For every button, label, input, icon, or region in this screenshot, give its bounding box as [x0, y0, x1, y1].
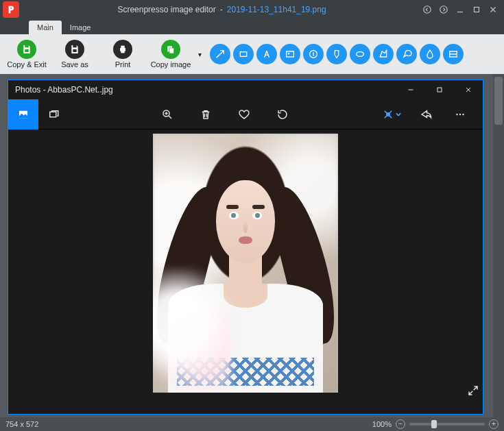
svg-rect-4: [25, 49, 28, 52]
rect-tool[interactable]: [233, 44, 254, 64]
zoom-button[interactable]: [157, 104, 178, 125]
svg-rect-12: [240, 52, 246, 57]
edit-button[interactable]: [381, 104, 402, 125]
share-button[interactable]: [416, 104, 436, 125]
zoom-percent: 100%: [372, 420, 392, 428]
fullscreen-button[interactable]: [466, 383, 481, 398]
zoom-slider[interactable]: [409, 423, 485, 426]
svg-rect-2: [475, 8, 479, 12]
copy-image-label: Copy image: [151, 60, 191, 69]
tab-main[interactable]: Main: [29, 21, 62, 34]
svg-rect-9: [121, 50, 124, 53]
svg-point-16: [357, 52, 364, 57]
print-button[interactable]: Print: [100, 36, 145, 73]
number-tool[interactable]: [303, 44, 324, 64]
favorite-button[interactable]: [234, 104, 254, 125]
photos-window: Photos - AbbasPC.Net..jpg: [8, 79, 483, 415]
save-as-label: Save as: [61, 60, 88, 69]
photos-toolbar: [8, 99, 483, 130]
svg-rect-18: [437, 88, 442, 92]
statusbar: 754 x 572 100% − +: [0, 417, 504, 431]
delete-button[interactable]: [195, 104, 216, 125]
image-tool[interactable]: [280, 44, 300, 64]
save-icon: [17, 40, 36, 59]
close-button[interactable]: [488, 4, 499, 15]
svg-rect-13: [287, 51, 294, 57]
copy-icon: [161, 40, 180, 59]
polygon-tool[interactable]: [373, 44, 394, 64]
photos-minimize-button[interactable]: [396, 80, 425, 99]
file-name: 2019-11-13_11h41_19.png: [227, 5, 326, 14]
more-button[interactable]: [450, 104, 470, 125]
svg-point-1: [440, 6, 448, 14]
copy-and-exit-button[interactable]: Copy & Exit: [4, 36, 49, 73]
photos-window-controls: [396, 80, 483, 99]
svg-rect-20: [50, 112, 56, 117]
ribbon: Copy & Exit Save as Print Copy image ▾: [0, 34, 504, 74]
view-photo-button[interactable]: [8, 99, 38, 130]
svg-rect-8: [121, 46, 124, 48]
callout-tool[interactable]: [396, 44, 417, 64]
drawing-tools: [210, 44, 464, 64]
canvas-dimensions: 754 x 572: [5, 420, 38, 428]
photos-maximize-button[interactable]: [425, 80, 454, 99]
print-icon: [113, 40, 132, 59]
svg-point-0: [424, 6, 431, 14]
app-name: Screenpresso image editor: [117, 5, 215, 14]
ellipse-tool[interactable]: [350, 44, 370, 64]
svg-point-25: [462, 113, 464, 114]
nav-back-button[interactable]: [422, 4, 433, 15]
nav-forward-button[interactable]: [438, 4, 449, 15]
svg-point-24: [459, 113, 461, 114]
save-as-icon: [65, 40, 84, 59]
photos-canvas[interactable]: [8, 130, 483, 414]
tab-image[interactable]: Image: [62, 21, 99, 34]
highlight-tool[interactable]: [326, 44, 347, 64]
photos-close-button[interactable]: [454, 80, 483, 99]
svg-rect-5: [73, 45, 76, 47]
zoom-out-button[interactable]: −: [396, 419, 405, 429]
zoom-in-button[interactable]: +: [489, 419, 499, 429]
print-label: Print: [115, 60, 131, 69]
ribbon-tabs: Main Image: [0, 19, 504, 34]
vertical-scrollbar[interactable]: [493, 74, 504, 417]
minimize-button[interactable]: [455, 4, 466, 15]
photos-titlebar: Photos - AbbasPC.Net..jpg: [8, 80, 483, 99]
workspace: Photos - AbbasPC.Net..jpg: [0, 74, 504, 417]
view-collection-button[interactable]: [38, 99, 69, 130]
magnify-tool[interactable]: [443, 44, 464, 64]
photo-content: [153, 134, 338, 393]
save-as-button[interactable]: Save as: [52, 36, 97, 73]
zoom-control: 100% − +: [372, 419, 499, 429]
app-logo: [3, 1, 19, 18]
svg-rect-11: [169, 48, 174, 53]
ribbon-dropdown[interactable]: ▾: [196, 51, 203, 58]
copy-and-exit-label: Copy & Exit: [7, 60, 46, 69]
svg-rect-6: [73, 49, 76, 52]
title-separator: -: [220, 5, 223, 14]
arrow-tool[interactable]: [210, 44, 230, 64]
svg-point-14: [288, 53, 290, 55]
titlebar: Screenpresso image editor - 2019-11-13_1…: [0, 0, 504, 19]
window-controls: [422, 4, 504, 15]
svg-rect-3: [25, 45, 28, 47]
svg-point-23: [456, 113, 457, 114]
photos-title: Photos - AbbasPC.Net..jpg: [8, 85, 396, 95]
title-text: Screenpresso image editor - 2019-11-13_1…: [22, 5, 422, 14]
maximize-button[interactable]: [471, 4, 482, 15]
blur-tool[interactable]: [420, 44, 440, 64]
rotate-button[interactable]: [272, 104, 293, 125]
copy-image-button[interactable]: Copy image: [148, 36, 193, 73]
text-tool[interactable]: [256, 44, 277, 64]
